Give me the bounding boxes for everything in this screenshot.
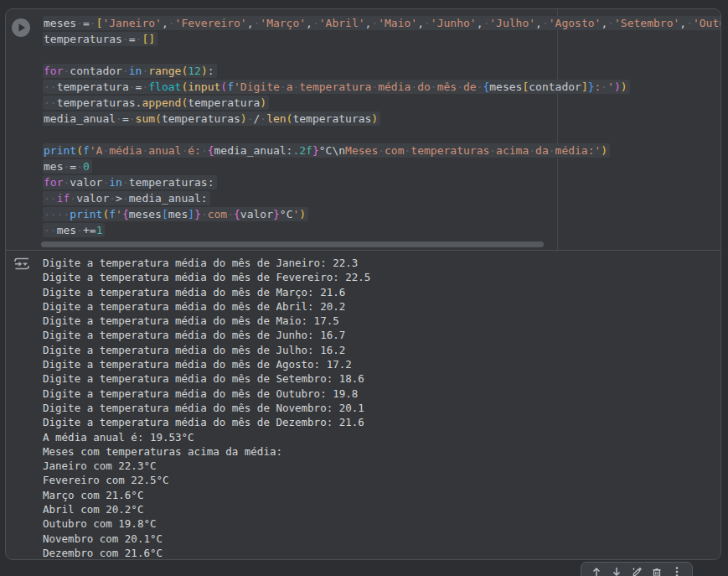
output-line: Meses com temperaturas acima da média: xyxy=(43,444,719,459)
code-line: ··mes·+=1 xyxy=(43,222,720,238)
code-line: ··temperaturas.append(temperatura) xyxy=(43,95,720,111)
output-line: Novembro com 20.1°C xyxy=(43,532,719,546)
code-line xyxy=(43,47,720,63)
output-line: Digite a temperatura média do mês de Mar… xyxy=(43,285,719,299)
output-line: Digite a temperatura média do mês de Set… xyxy=(43,371,719,386)
output-line: Digite a temperatura média do mês de Jul… xyxy=(43,343,719,357)
ai-edit-icon[interactable] xyxy=(631,566,643,576)
code-line: for·valor·in·temperaturas: xyxy=(43,174,720,190)
code-line: temperaturas·=·[] xyxy=(43,31,720,47)
output-line: Janeiro com 22.3°C xyxy=(43,459,719,473)
output-line: Outubro com 19.8°C xyxy=(43,516,719,531)
notebook-cell: meses·=·['Janeiro',·'Fevereiro',·'Março'… xyxy=(5,8,721,560)
code-line: ··if·valor·>·media_anual: xyxy=(43,190,720,206)
code-line xyxy=(43,127,720,143)
cell-toolbar xyxy=(581,562,693,576)
code-editor[interactable]: meses·=·['Janeiro',·'Fevereiro',·'Março'… xyxy=(6,9,720,250)
output-line: Digite a temperatura média do mês de Out… xyxy=(43,387,719,401)
output-stream-icon[interactable] xyxy=(13,255,31,273)
output-line: Digite a temperatura média do mês de Ago… xyxy=(43,357,719,371)
notebook-page: { "theme": { "page_bg": "#2c2e31", "cell… xyxy=(0,0,728,576)
output-line: Março com 21.6°C xyxy=(43,488,719,502)
code-line: mes·=·0 xyxy=(43,158,720,174)
code-line: media_anual·=·sum(temperaturas)·/·len(te… xyxy=(43,111,720,127)
output-line: Digite a temperatura média do mês de Dez… xyxy=(43,415,719,429)
output-line: A média anual é: 19.53°C xyxy=(43,430,719,444)
delete-cell-icon[interactable] xyxy=(651,566,663,576)
horizontal-scrollbar-thumb[interactable] xyxy=(41,241,544,247)
code-line: ····print(f'{meses[mes]}·com·{valor}°C') xyxy=(43,206,720,222)
cell-output: Digite a temperatura média do mês de Jan… xyxy=(43,251,719,559)
output-line: Abril com 20.2°C xyxy=(43,502,719,516)
output-line: Digite a temperatura média do mês de Jan… xyxy=(43,256,719,270)
output-line: Digite a temperatura média do mês de Fev… xyxy=(43,270,719,284)
output-line: Digite a temperatura média do mês de Abr… xyxy=(43,299,719,314)
output-line: Digite a temperatura média do mês de Nov… xyxy=(43,401,719,415)
output-line: Digite a temperatura média do mês de Jun… xyxy=(43,328,719,342)
more-actions-icon[interactable] xyxy=(671,566,683,576)
code-line: ··temperatura·=·float(input(f'Digite·a·t… xyxy=(43,79,720,95)
output-line: Digite a temperatura média do mês de Mai… xyxy=(43,314,719,328)
code-line: meses·=·['Janeiro',·'Fevereiro',·'Março'… xyxy=(43,15,720,31)
output-line: Fevereiro com 22.5°C xyxy=(43,473,719,487)
output-line: Dezembro com 21.6°C xyxy=(43,546,719,559)
move-cell-up-icon[interactable] xyxy=(591,566,602,576)
code-line: print(f'A·média·anual·é:·{media_anual:.2… xyxy=(43,143,720,158)
code-line: for·contador·in·range(12): xyxy=(43,63,720,79)
move-cell-down-icon[interactable] xyxy=(611,566,622,576)
